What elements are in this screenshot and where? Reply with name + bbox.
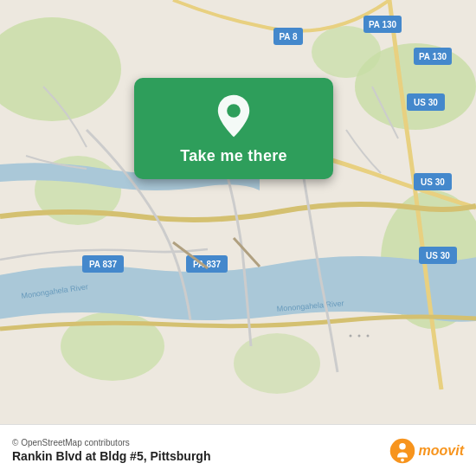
svg-point-28 — [367, 335, 370, 338]
svg-point-34 — [401, 458, 404, 461]
map-container: Monongahela River Monongahela River PA 1… — [0, 0, 476, 424]
take-me-there-button[interactable]: Take me there — [180, 147, 287, 165]
moovit-brand-icon — [389, 438, 415, 464]
svg-text:PA 837: PA 837 — [89, 260, 118, 269]
svg-text:US 30: US 30 — [426, 251, 450, 261]
svg-point-26 — [350, 335, 352, 338]
popup-card[interactable]: Take me there — [134, 78, 333, 179]
svg-point-7 — [234, 333, 320, 394]
copyright-text: © OpenStreetMap contributors — [12, 438, 389, 447]
location-pin-icon — [211, 93, 256, 138]
svg-text:US 30: US 30 — [421, 177, 445, 187]
svg-text:PA 130: PA 130 — [419, 52, 447, 61]
svg-text:PA 8: PA 8 — [279, 32, 298, 42]
svg-text:PA 130: PA 130 — [369, 20, 397, 29]
bottom-bar: © OpenStreetMap contributors Rankin Blvd… — [0, 424, 476, 476]
svg-text:US 30: US 30 — [414, 98, 438, 107]
svg-point-5 — [312, 26, 381, 78]
location-label: Rankin Blvd at Bldg #5, Pittsburgh — [12, 449, 389, 463]
svg-point-27 — [358, 335, 361, 338]
svg-point-31 — [227, 104, 241, 118]
moovit-brand-text: moovit — [419, 443, 464, 459]
svg-point-33 — [399, 443, 406, 450]
map-background: Monongahela River Monongahela River PA 1… — [0, 0, 476, 424]
moovit-logo: moovit — [389, 438, 464, 464]
